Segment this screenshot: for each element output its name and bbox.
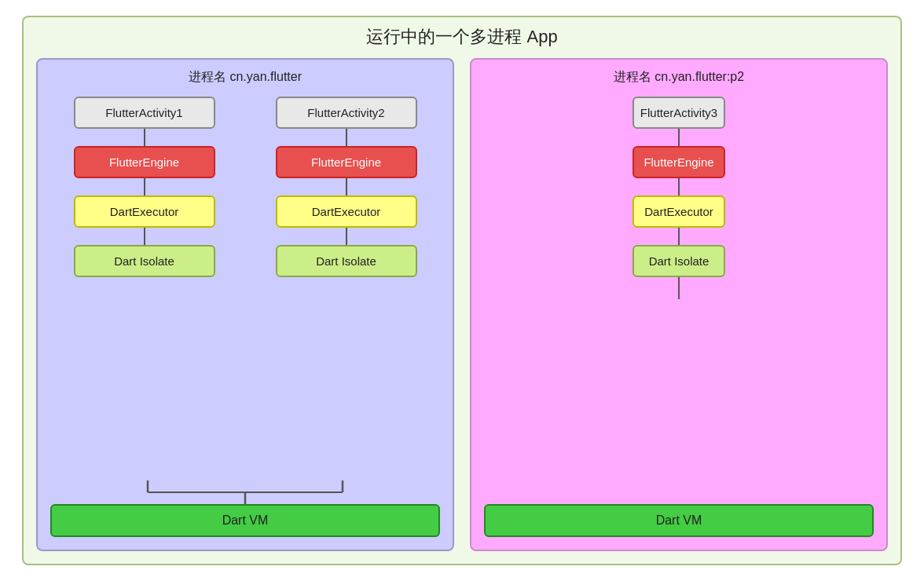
- connector-e3-ex3: [678, 178, 680, 195]
- flutter-engine2-box: FlutterEngine: [276, 146, 417, 178]
- process1-col1: FlutterActivity1 FlutterEngine DartExecu…: [50, 97, 238, 481]
- outer-container: 运行中的一个多进程 App 进程名 cn.yan.flutter Flutter…: [22, 16, 902, 565]
- connector-e2-ex2: [346, 178, 347, 195]
- connector-ex1-i1: [144, 228, 145, 245]
- connector-ex2-i2: [346, 228, 347, 245]
- processes-row: 进程名 cn.yan.flutter FlutterActivity1 Flut…: [36, 58, 888, 551]
- connector-a2-e2: [346, 129, 347, 146]
- dart-isolate1-box: Dart Isolate: [74, 245, 215, 277]
- flutter-engine1-box: FlutterEngine: [74, 146, 215, 178]
- process2-box: 进程名 cn.yan.flutter:p2 FlutterActivity3 F…: [470, 58, 888, 551]
- dart-vm1-box: Dart VM: [50, 504, 440, 537]
- connector-ex3-i3: [678, 228, 680, 245]
- dart-executor2-box: DartExecutor: [276, 195, 417, 228]
- dart-executor3-box: DartExecutor: [632, 195, 725, 228]
- connector-i3-vm2: [678, 277, 680, 299]
- flutter-activity3-box: FlutterActivity3: [632, 97, 725, 129]
- connector-a3-e3: [678, 129, 680, 146]
- dart-vm2-box: Dart VM: [484, 504, 874, 537]
- dart-isolate3-box: Dart Isolate: [632, 245, 725, 277]
- flutter-activity1-box: FlutterActivity1: [74, 97, 215, 129]
- two-to-one-connector1: [50, 481, 440, 504]
- connector-a1-e1: [144, 129, 145, 146]
- dart-executor1-box: DartExecutor: [74, 195, 215, 228]
- process2-title: 进程名 cn.yan.flutter:p2: [614, 69, 744, 86]
- process2-col1: FlutterActivity3 FlutterEngine DartExecu…: [632, 97, 725, 504]
- process1-box: 进程名 cn.yan.flutter FlutterActivity1 Flut…: [36, 58, 454, 551]
- flutter-activity2-box: FlutterActivity2: [276, 97, 417, 129]
- flutter-engine3-box: FlutterEngine: [632, 146, 725, 178]
- connector-e1-ex1: [144, 178, 145, 195]
- process1-col2: FlutterActivity2 FlutterEngine DartExecu…: [252, 97, 440, 481]
- dart-isolate2-box: Dart Isolate: [276, 245, 417, 277]
- dartvm2-wrapper: Dart VM: [484, 504, 874, 537]
- outer-title: 运行中的一个多进程 App: [366, 25, 557, 49]
- process1-title: 进程名 cn.yan.flutter: [189, 69, 302, 86]
- process1-columns: FlutterActivity1 FlutterEngine DartExecu…: [50, 97, 440, 481]
- dartvm1-wrapper: Dart VM: [50, 504, 440, 537]
